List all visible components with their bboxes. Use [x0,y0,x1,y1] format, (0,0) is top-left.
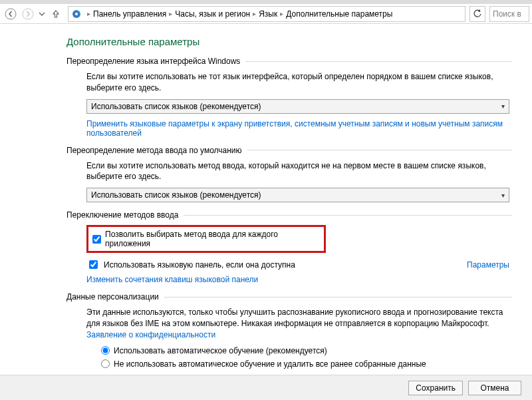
chevron-down-icon: ▾ [501,192,505,199]
section-personalization-data: Данные персонализации Эти данные использ… [66,292,512,368]
section-description: Эти данные используются, только чтобы ул… [86,307,509,340]
input-method-combo[interactable]: Использовать список языков (рекомендуетс… [86,188,509,202]
disable-learning-radio[interactable] [101,359,110,368]
highlighted-option: Позволить выбирать метод ввода для каждо… [86,225,326,253]
divider [164,297,512,298]
checkbox-label: Использовать языковую панель, если она д… [104,260,295,270]
chevron-right-icon: ▸ [87,10,90,17]
checkbox-label: Позволить выбирать метод ввода для каждо… [105,230,320,248]
back-button[interactable] [3,6,19,22]
auto-learning-radio[interactable] [101,346,110,355]
forward-button[interactable] [20,6,36,22]
apply-to-welcome-link[interactable]: Применить языковые параметры к экрану пр… [86,119,509,138]
recent-locations-button[interactable] [37,6,47,22]
change-hotkeys-link[interactable]: Изменить сочетания клавиш языковой панел… [86,275,509,284]
combo-value: Использовать список языков (рекомендуетс… [91,102,261,111]
divider [184,215,512,216]
cancel-button[interactable]: Отмена [468,381,521,395]
refresh-button[interactable] [469,6,485,22]
chevron-right-icon: ▸ [280,10,283,17]
breadcrumb-item[interactable]: Дополнительные параметры [286,9,392,19]
section-heading: Переключение методов ввода [66,210,178,220]
section-heading: Переопределение метода ввода по умолчани… [66,146,242,155]
section-heading: Данные персонализации [66,292,159,301]
language-bar-checkbox[interactable] [89,260,98,269]
breadcrumb[interactable]: ▸ Панель управления ▸ Часы, язык и регио… [68,6,466,22]
chevron-down-icon: ▾ [501,102,505,110]
divider [247,150,512,150]
breadcrumb-item[interactable]: Язык [259,9,277,19]
svg-point-0 [5,9,16,19]
breadcrumb-item[interactable]: Часы, язык и регион [175,9,250,19]
display-language-combo[interactable]: Использовать список языков (рекомендуетс… [86,99,509,114]
search-placeholder: Поиск в [493,9,521,19]
chevron-right-icon: ▸ [253,10,256,17]
navigation-bar: ▸ Панель управления ▸ Часы, язык и регио… [0,4,532,24]
chevron-right-icon: ▸ [169,10,172,17]
page-title: Дополнительные параметры [66,36,512,47]
section-description: Если вы хотите использовать метод ввода,… [86,160,509,183]
save-button[interactable]: Сохранить [408,381,463,395]
section-switching-input-methods: Переключение методов ввода Позволить выб… [66,210,512,284]
control-panel-icon [71,9,82,19]
privacy-statement-link[interactable]: Заявление о конфиденциальности [86,330,215,339]
svg-point-3 [75,13,78,15]
radio-label: Использовать автоматическое обучение (ре… [114,346,327,355]
radio-label: Не использовать автоматическое обучение … [114,359,426,369]
up-button[interactable] [48,6,64,22]
bottom-action-bar: Сохранить Отмена [0,375,532,400]
breadcrumb-item[interactable]: Панель управления [93,9,166,19]
per-app-input-checkbox[interactable] [92,235,101,244]
divider [245,61,512,62]
svg-point-1 [23,9,33,19]
section-description: Если вы хотите использовать не тот язык … [86,71,509,94]
section-override-display-language: Переопределение языка интерфейса Windows… [66,57,512,138]
search-input[interactable]: Поиск в [489,6,529,22]
content-area: Дополнительные параметры Переопределение… [0,24,532,383]
language-bar-options-link[interactable]: Параметры [467,260,509,270]
section-heading: Переопределение языка интерфейса Windows [66,57,240,66]
combo-value: Использовать список языков (рекомендуетс… [91,190,261,200]
section-override-input-method: Переопределение метода ввода по умолчани… [66,146,512,203]
